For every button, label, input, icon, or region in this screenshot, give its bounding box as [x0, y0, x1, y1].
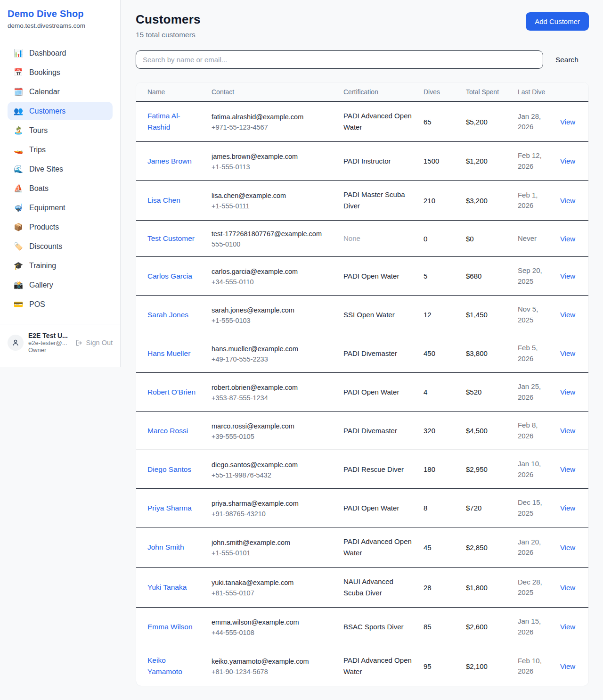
view-customer-link[interactable]: View [560, 157, 575, 165]
sidebar-item-label: Training [29, 262, 56, 270]
island-icon: 🏝️ [13, 126, 24, 135]
shop-name: Demo Dive Shop [8, 8, 113, 19]
sidebar-item-discounts[interactable]: 🏷️ Discounts [8, 237, 113, 255]
person-icon [11, 338, 20, 347]
add-customer-button[interactable]: Add Customer [526, 12, 589, 31]
sailboat-icon: ⛵ [13, 184, 24, 193]
customer-dives: 320 [424, 427, 435, 435]
sidebar-item-customers[interactable]: 👥 Customers [8, 102, 113, 120]
sidebar-item-equipment[interactable]: 🤿 Equipment [8, 198, 113, 217]
sign-out-button[interactable]: Sign Out [75, 339, 113, 347]
customer-phone: +39-555-0105 [212, 433, 334, 440]
view-customer-link[interactable]: View [560, 465, 575, 473]
bar-chart-icon: 📊 [13, 49, 24, 58]
view-customer-link[interactable]: View [560, 662, 575, 670]
customer-last-dive: Nov 5, 2025 [518, 305, 538, 324]
view-customer-link[interactable]: View [560, 584, 575, 592]
view-customer-link[interactable]: View [560, 118, 575, 126]
shop-domain: demo.test.divestreams.com [8, 22, 113, 29]
table-row: James Brown james.brown@example.com +1-5… [136, 142, 588, 181]
customer-email: james.brown@example.com [212, 152, 334, 162]
customer-email: diego.santos@example.com [212, 460, 334, 470]
customer-name-link[interactable]: Test Customer [147, 234, 195, 242]
graduation-cap-icon: 🎓 [13, 261, 24, 270]
sidebar-item-label: Dive Sites [29, 165, 63, 173]
customer-certification: SSI Open Water [343, 311, 395, 319]
view-customer-link[interactable]: View [560, 349, 575, 357]
table-row: Yuki Tanaka yuki.tanaka@example.com +81-… [136, 568, 588, 608]
sidebar-item-bookings[interactable]: 📅 Bookings [8, 63, 113, 82]
sidebar-item-gallery[interactable]: 📸 Gallery [8, 276, 113, 294]
sidebar-nav: 📊 Dashboard 📅 Bookings 🗓️ Calendar 👥 Cus… [0, 37, 120, 319]
customer-last-dive: Feb 12, 2026 [518, 151, 542, 170]
sidebar-item-tours[interactable]: 🏝️ Tours [8, 121, 113, 140]
view-customer-link[interactable]: View [560, 504, 575, 512]
sidebar-item-trips[interactable]: 🚤 Trips [8, 140, 113, 159]
customer-last-dive: Feb 8, 2026 [518, 421, 538, 440]
sidebar-item-pos[interactable]: 💳 POS [8, 295, 113, 313]
customer-name-link[interactable]: Diego Santos [147, 465, 191, 473]
table-row: Emma Wilson emma.wilson@example.com +44-… [136, 608, 588, 646]
sidebar-item-boats[interactable]: ⛵ Boats [8, 179, 113, 198]
column-header-dives: Dives [419, 82, 461, 102]
view-customer-link[interactable]: View [560, 544, 575, 552]
wave-icon: 🌊 [13, 165, 24, 173]
sidebar-item-label: Boats [29, 184, 49, 193]
customer-total-spent: $3,200 [466, 197, 488, 205]
sidebar-item-dive-sites[interactable]: 🌊 Dive Sites [8, 160, 113, 178]
customer-name-link[interactable]: Marco Rossi [147, 427, 188, 435]
sidebar-item-dashboard[interactable]: 📊 Dashboard [8, 44, 113, 62]
customer-name-link[interactable]: John Smith [147, 543, 184, 551]
customer-name-link[interactable]: Robert O'Brien [147, 388, 196, 396]
sidebar-item-training[interactable]: 🎓 Training [8, 256, 113, 275]
table-row: Fatima Al-Rashid fatima.alrashid@example… [136, 102, 588, 142]
customer-name-link[interactable]: Yuki Tanaka [147, 583, 187, 591]
customer-dives: 45 [424, 544, 432, 552]
speedboat-icon: 🚤 [13, 145, 24, 154]
column-header-last-dive: Last Dive [513, 82, 555, 102]
view-customer-link[interactable]: View [560, 197, 575, 205]
view-customer-link[interactable]: View [560, 388, 575, 396]
column-header-total-spent: Total Spent [461, 82, 513, 102]
sidebar-item-label: Customers [29, 107, 65, 115]
customer-name-link[interactable]: Lisa Chen [147, 196, 180, 204]
sign-out-label: Sign Out [86, 339, 113, 346]
customer-name-link[interactable]: Carlos Garcia [147, 272, 192, 280]
customer-name-link[interactable]: Fatima Al-Rashid [147, 112, 180, 131]
view-customer-link[interactable]: View [560, 427, 575, 435]
sidebar-item-label: Dashboard [29, 49, 66, 58]
customer-name-link[interactable]: Hans Mueller [147, 349, 190, 357]
customer-certification: BSAC Sports Diver [343, 623, 404, 631]
customer-last-dive: Sep 20, 2025 [518, 266, 542, 285]
customer-email: carlos.garcia@example.com [212, 267, 334, 277]
view-customer-link[interactable]: View [560, 235, 575, 243]
sidebar-item-label: Gallery [29, 281, 53, 289]
sidebar-item-products[interactable]: 📦 Products [8, 218, 113, 236]
sidebar: Demo Dive Shop demo.test.divestreams.com… [0, 0, 121, 367]
customer-name-link[interactable]: Keiko Yamamoto [147, 656, 182, 675]
search-input[interactable] [136, 50, 543, 69]
view-customer-link[interactable]: View [560, 311, 575, 319]
customer-phone: +44-555-0108 [212, 629, 334, 636]
customer-dives: 65 [424, 118, 432, 126]
view-customer-link[interactable]: View [560, 623, 575, 631]
sidebar-item-calendar[interactable]: 🗓️ Calendar [8, 82, 113, 101]
customer-name-link[interactable]: Sarah Jones [147, 311, 188, 319]
customers-table-card: Name Contact Certification Dives Total S… [136, 82, 589, 686]
customer-dives: 450 [424, 349, 435, 357]
customer-name-link[interactable]: James Brown [147, 157, 192, 165]
customer-last-dive: Jan 28, 2026 [518, 112, 541, 131]
customer-last-dive: Dec 28, 2025 [518, 578, 542, 597]
customer-dives: 210 [424, 197, 435, 205]
customer-last-dive: Never [518, 234, 537, 242]
customers-table: Name Contact Certification Dives Total S… [136, 82, 588, 686]
search-button[interactable]: Search [555, 56, 579, 64]
customer-certification: PADI Master Scuba Diver [343, 190, 405, 210]
customer-name-link[interactable]: Emma Wilson [147, 623, 193, 631]
customer-name-link[interactable]: Priya Sharma [147, 504, 192, 512]
user-info: E2E Test U... e2e-tester@... Owner [28, 332, 71, 354]
sidebar-item-label: POS [29, 300, 45, 309]
customer-dives: 85 [424, 623, 432, 631]
table-row: Keiko Yamamoto keiko.yamamoto@example.co… [136, 646, 588, 686]
view-customer-link[interactable]: View [560, 272, 575, 280]
